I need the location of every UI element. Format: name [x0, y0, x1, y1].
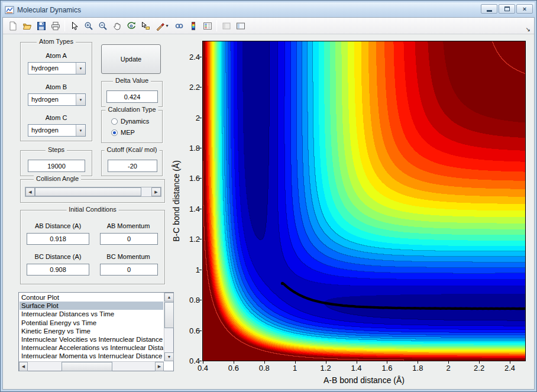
matlab-figure-icon: [5, 5, 14, 15]
dropdown-arrow-icon[interactable]: ▼: [76, 63, 85, 74]
figure-toolbar: ▾ ↘: [3, 18, 534, 34]
horizontal-scrollbar[interactable]: ◀ ▶: [19, 361, 164, 371]
list-item[interactable]: Contour Plot: [20, 293, 163, 302]
close-button[interactable]: ×: [516, 4, 533, 14]
bc-distance-label: BC Distance (A): [27, 253, 89, 260]
slider-right-arrow[interactable]: ▶: [151, 187, 161, 196]
rotate-3d-button[interactable]: [124, 19, 138, 33]
open-file-button[interactable]: [20, 19, 34, 33]
bc-distance-field[interactable]: 0.908: [27, 264, 89, 276]
save-figure-button[interactable]: [34, 19, 48, 33]
x-tick-mark: [326, 361, 326, 364]
ab-momentum-label: AB Momentum: [99, 222, 158, 229]
x-tick-mark: [387, 361, 387, 364]
maximize-icon: [504, 7, 510, 11]
list-item[interactable]: Internuclear Momenta vs Internuclear Dis…: [20, 352, 163, 360]
link-plot-button[interactable]: [172, 19, 186, 33]
list-item[interactable]: Internuclear Distances vs Time: [20, 310, 163, 318]
collision-angle-slider[interactable]: ◀ ▶: [25, 187, 161, 197]
x-tick-label: 1.6: [381, 364, 392, 372]
delta-value-field[interactable]: 0.424: [106, 90, 158, 103]
delta-value-panel: Delta Value 0.424: [101, 81, 163, 107]
y-tick-mark: [199, 331, 202, 331]
zoom-out-button[interactable]: [96, 19, 109, 33]
scroll-up-arrow[interactable]: ▲: [164, 293, 174, 302]
print-figure-button[interactable]: [48, 19, 62, 33]
y-tick-label: 1.2: [179, 235, 200, 244]
pes-contour-plot[interactable]: [202, 41, 526, 361]
minimize-button[interactable]: [481, 4, 497, 14]
y-tick-label: 1.6: [179, 174, 200, 183]
ab-distance-field[interactable]: 0.918: [27, 233, 89, 245]
steps-field[interactable]: 19000: [28, 160, 85, 172]
x-tick-label: 0.8: [259, 364, 270, 372]
y-tick-label: 0.6: [179, 326, 200, 335]
insert-legend-icon: [203, 21, 212, 31]
atom-b-label: Atom B: [21, 83, 92, 90]
radio-unchecked-icon[interactable]: [111, 118, 118, 125]
scroll-down-arrow[interactable]: ▼: [164, 352, 174, 361]
toolbar-separator: [216, 20, 217, 31]
hide-plot-tools-button[interactable]: [219, 19, 233, 33]
list-item[interactable]: Surface Plot: [20, 302, 163, 310]
radio-mep[interactable]: MEP: [111, 129, 135, 136]
pes-plot-area: A-B bond distance (Å) B-C bond distance …: [202, 41, 526, 361]
insert-colorbar-button[interactable]: [186, 19, 200, 33]
y-tick-mark: [199, 178, 202, 179]
data-cursor-button[interactable]: [138, 19, 152, 33]
titlebar[interactable]: Molecular Dynamics ×: [2, 2, 535, 17]
x-tick-label: 1.4: [351, 364, 361, 372]
radio-dynamics[interactable]: Dynamics: [111, 118, 149, 125]
scroll-left-arrow[interactable]: ◀: [19, 362, 28, 371]
atom-c-dropdown[interactable]: hydrogen ▼: [28, 124, 86, 137]
brush-dropdown-caret-icon: ▾: [166, 24, 168, 28]
panel-title: Calculation Type: [105, 106, 158, 113]
pan-button[interactable]: [110, 19, 124, 33]
ab-momentum-field[interactable]: 0: [100, 233, 158, 245]
vertical-scroll-thumb[interactable]: [164, 302, 174, 328]
atom-a-dropdown[interactable]: hydrogen ▼: [28, 62, 86, 74]
show-plot-tools-button[interactable]: [234, 19, 247, 33]
radio-dynamics-label: Dynamics: [121, 118, 149, 125]
list-item[interactable]: Potential Energy vs Time: [20, 319, 163, 327]
atom-c-value: hydrogen: [31, 127, 59, 134]
slider-thumb[interactable]: [35, 187, 141, 196]
x-tick-mark: [479, 361, 480, 364]
figure-body: ▾ ↘ Atom Types Atom A hydrogen ▼ Atom B: [2, 17, 535, 390]
radio-checked-icon[interactable]: [111, 129, 118, 136]
brush-data-button[interactable]: ▾: [153, 19, 172, 33]
list-item[interactable]: Internuclear Velocities vs Internuclear …: [20, 335, 163, 344]
maximize-button[interactable]: [499, 4, 515, 14]
horizontal-scroll-thumb[interactable]: [62, 362, 112, 371]
list-item[interactable]: Internuclear Accelerations vs Internucle…: [20, 344, 163, 352]
insert-legend-button[interactable]: [200, 19, 214, 33]
slider-left-arrow[interactable]: ◀: [25, 187, 35, 196]
slider-track[interactable]: [141, 187, 151, 196]
ab-distance-label: AB Distance (A): [27, 222, 89, 229]
data-cursor-icon: [141, 21, 150, 31]
toolbar-overflow-icon[interactable]: ↘: [526, 27, 530, 33]
scroll-right-arrow[interactable]: ▶: [155, 362, 164, 371]
plot-type-listbox[interactable]: Contour PlotSurface PlotInternuclear Dis…: [18, 292, 174, 371]
edit-plot-button[interactable]: [67, 19, 81, 33]
dropdown-arrow-icon[interactable]: ▼: [76, 94, 85, 105]
update-button[interactable]: Update: [101, 44, 161, 74]
molecular-dynamics-window: Molecular Dynamics × ▾: [0, 0, 537, 392]
new-figure-button[interactable]: [6, 19, 20, 33]
atom-b-value: hydrogen: [31, 96, 59, 103]
dropdown-arrow-icon[interactable]: ▼: [76, 125, 85, 136]
print-figure-icon: [51, 21, 60, 31]
vertical-scrollbar[interactable]: ▲ ▼: [164, 293, 173, 361]
bc-momentum-field[interactable]: 0: [100, 264, 158, 276]
atom-types-panel: Atom Types Atom A hydrogen ▼ Atom B hydr…: [20, 42, 92, 141]
minimize-icon: [487, 10, 492, 12]
zoom-in-button[interactable]: [82, 19, 95, 33]
link-plot-icon: [174, 21, 184, 31]
x-tick-label: 1: [293, 364, 297, 372]
atom-b-dropdown[interactable]: hydrogen ▼: [28, 93, 86, 106]
panel-title: Initial Conditions: [66, 206, 119, 213]
list-item[interactable]: Kinetic Energy vs Time: [20, 327, 163, 335]
y-axis-label: B-C bond distance (Å): [172, 160, 181, 242]
y-tick-label: 1: [179, 265, 200, 274]
cutoff-field[interactable]: -20: [108, 160, 157, 172]
